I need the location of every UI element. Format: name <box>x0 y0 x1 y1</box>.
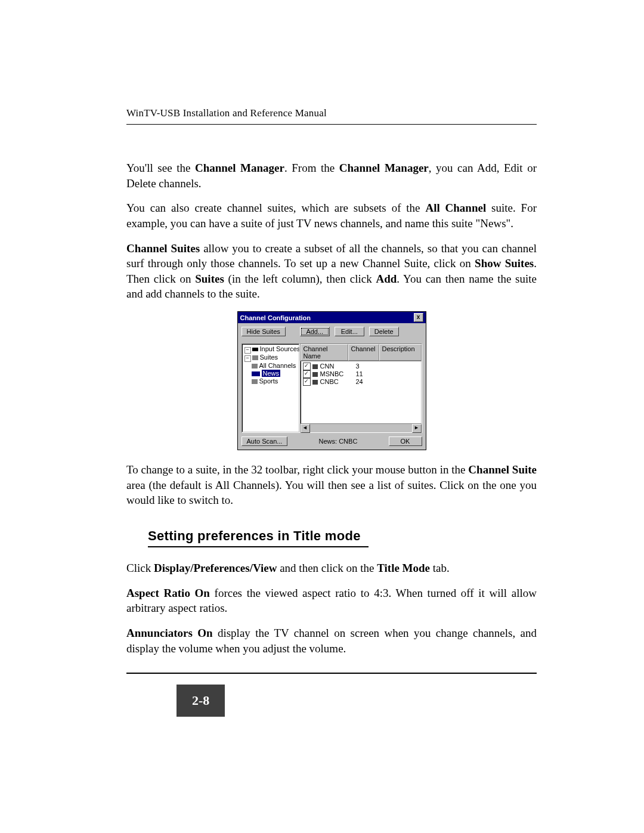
body-text-block-3: Click Display/Preferences/View and then … <box>126 561 537 656</box>
tree-news[interactable]: News <box>243 370 298 377</box>
channel-list: Channel Name Channel Description ✓CNN3 ✓… <box>300 343 422 433</box>
paragraph-3: Channel Suites allow you to create a sub… <box>126 241 537 302</box>
running-header: WinTV-USB Installation and Reference Man… <box>126 107 537 119</box>
col-description[interactable]: Description <box>379 344 422 361</box>
paragraph-6: Aspect Ratio On forces the viewed aspect… <box>126 586 537 616</box>
list-item[interactable]: ✓CNN3 <box>301 363 422 370</box>
folder-icon <box>252 371 260 376</box>
list-item[interactable]: ✓CNBC24 <box>301 378 422 386</box>
list-body[interactable]: ✓CNN3 ✓MSNBC11 ✓CNBC24 <box>301 361 422 423</box>
header-rest: Installation and Reference Manual <box>180 107 327 119</box>
tv-icon <box>312 364 318 369</box>
header-product: WinTV-USB <box>126 107 180 119</box>
dialog-bottom: Auto Scan... News: CNBC OK <box>242 436 422 446</box>
section-heading: Setting preferences in Title mode <box>148 528 537 544</box>
dialog-toolbar: Hide Suites Add... Edit... Delete <box>242 327 422 340</box>
paragraph-5: Click Display/Preferences/View and then … <box>126 561 537 576</box>
col-channel-name[interactable]: Channel Name <box>301 344 348 361</box>
paragraph-4: To change to a suite, in the 32 toolbar,… <box>126 462 537 508</box>
footer-rule <box>126 673 537 674</box>
tv-icon <box>312 372 318 377</box>
header-rule <box>126 124 537 125</box>
add-button[interactable]: Add... <box>300 327 330 336</box>
checkbox-icon[interactable]: ✓ <box>303 363 311 370</box>
edit-button[interactable]: Edit... <box>335 327 364 336</box>
tree-input-sources[interactable]: −Input Sources <box>243 345 298 354</box>
h-scrollbar[interactable]: ◄ ► <box>301 423 422 432</box>
dialog-middle: −Input Sources −Suites All Channels News… <box>242 343 422 433</box>
paragraph-2: You can also create channel suites, whic… <box>126 200 537 231</box>
body-text-block-1: You'll see the Channel Manager. From the… <box>126 160 537 302</box>
dialog-title-text: Channel Configuration <box>240 314 311 321</box>
auto-scan-button[interactable]: Auto Scan... <box>242 436 288 446</box>
hide-suites-button[interactable]: Hide Suites <box>242 327 286 336</box>
close-icon[interactable]: x <box>414 313 423 322</box>
antenna-icon <box>252 348 258 351</box>
list-item[interactable]: ✓MSNBC11 <box>301 370 422 378</box>
tv-icon <box>312 380 318 385</box>
col-channel[interactable]: Channel <box>348 344 379 361</box>
paragraph-1: You'll see the Channel Manager. From the… <box>126 160 537 191</box>
checkbox-icon[interactable]: ✓ <box>303 370 311 378</box>
section-underline <box>148 546 369 547</box>
body-text-block-2: To change to a suite, in the 32 toolbar,… <box>126 462 537 508</box>
status-text: News: CNBC <box>291 438 385 445</box>
expand-icon[interactable]: − <box>244 347 251 354</box>
tree-suites[interactable]: −Suites <box>243 354 298 362</box>
scroll-right-icon[interactable]: ► <box>412 424 422 433</box>
dialog-body: Hide Suites Add... Edit... Delete −Input… <box>238 323 426 450</box>
manual-page: WinTV-USB Installation and Reference Man… <box>0 0 644 833</box>
dialog-titlebar[interactable]: Channel Configuration x <box>238 312 426 323</box>
channel-config-dialog: Channel Configuration x Hide Suites Add.… <box>237 311 426 450</box>
list-header: Channel Name Channel Description <box>301 344 422 361</box>
ok-button[interactable]: OK <box>389 436 422 446</box>
page-number: 2-8 <box>177 685 225 717</box>
folder-icon <box>252 379 258 384</box>
delete-button[interactable]: Delete <box>369 327 399 336</box>
tree-all-channels[interactable]: All Channels <box>243 362 298 370</box>
expand-icon[interactable]: − <box>244 355 251 362</box>
folder-icon <box>252 355 258 360</box>
suite-tree[interactable]: −Input Sources −Suites All Channels News… <box>242 343 300 433</box>
checkbox-icon[interactable]: ✓ <box>303 378 311 386</box>
tree-sports[interactable]: Sports <box>243 377 298 385</box>
scroll-left-icon[interactable]: ◄ <box>301 424 310 433</box>
folder-icon <box>252 364 258 368</box>
paragraph-7: Annunciators On display the TV channel o… <box>126 625 537 656</box>
